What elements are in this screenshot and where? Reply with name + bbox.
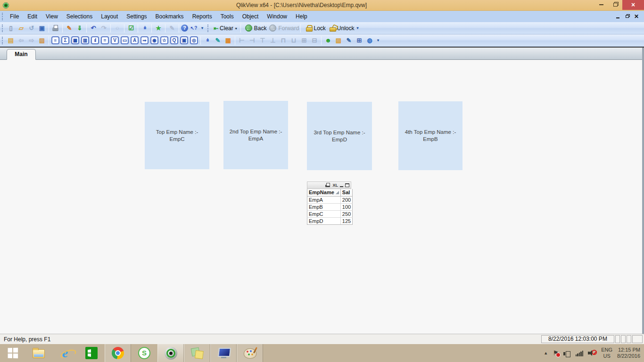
save-document-icon[interactable]: ▣ (37, 24, 47, 33)
volume-muted-icon[interactable] (588, 350, 596, 356)
taskbar-file-explorer[interactable] (25, 344, 52, 362)
create-slider-object-icon[interactable]: ◉ (150, 36, 158, 44)
create-container-icon[interactable]: ▣ (180, 36, 188, 44)
menu-bookmarks[interactable]: Bookmarks (151, 12, 188, 21)
refresh-document-icon[interactable]: ↺ (27, 24, 36, 33)
format-painter-icon[interactable]: ✎ (213, 36, 223, 45)
create-input-box-icon[interactable]: = (101, 36, 109, 44)
page-globe-icon[interactable]: ◍ (365, 36, 374, 45)
create-text-object-icon[interactable]: A (131, 36, 139, 44)
unlock-button[interactable]: Unlock (337, 25, 355, 32)
create-listbox-icon[interactable]: ≡ (51, 36, 59, 44)
new-document-icon[interactable]: ▯ (6, 24, 16, 33)
document-close-button[interactable]: ✕ (633, 13, 640, 20)
taskbar-internet-explorer[interactable]: e (52, 344, 78, 362)
create-button-icon[interactable]: ▭ (121, 36, 129, 44)
excel-export-icon[interactable]: XL (332, 183, 338, 188)
create-table-box-icon[interactable]: ▦ (71, 36, 79, 44)
menu-selections[interactable]: Selections (62, 12, 97, 21)
menu-reports[interactable]: Reports (188, 12, 216, 21)
table-viewer-icon[interactable]: ⊞ (355, 36, 364, 45)
taskbar-paint[interactable] (237, 344, 263, 362)
menu-view[interactable]: View (41, 12, 62, 21)
edit-script-icon[interactable]: ✎ (65, 24, 74, 33)
add-sheet-icon[interactable]: ▤ (6, 36, 16, 45)
cell-sal[interactable]: 250 (340, 210, 352, 217)
toolbar-grip[interactable] (2, 25, 3, 32)
cell-empname[interactable]: EmpD (307, 217, 341, 224)
minimize-object-icon[interactable] (340, 186, 343, 187)
menu-tools[interactable]: Tools (216, 12, 238, 21)
language-indicator[interactable]: ENG US (601, 347, 612, 359)
toolbar-grip[interactable] (2, 37, 3, 44)
document-minimize-button[interactable] (614, 13, 621, 20)
taskbar-clock[interactable]: 12:15 PM 8/22/2016 (617, 347, 640, 359)
create-current-selections-box-icon[interactable]: V (111, 36, 119, 44)
cell-empname[interactable]: EmpC (307, 210, 341, 217)
table-box-caption[interactable]: XL (307, 181, 351, 189)
toolbar-overflow-icon[interactable]: ▾ (355, 24, 361, 33)
tab-main[interactable]: Main (7, 49, 36, 60)
taskbar-sticky-notes[interactable] (184, 344, 210, 362)
table-box-emp[interactable]: XL EmpName Sal EmpA200EmpB100EmpC250EmpD… (307, 181, 351, 225)
menu-file[interactable]: File (6, 12, 23, 21)
design-grid-icon[interactable]: ▦ (223, 36, 233, 45)
network-signal-icon[interactable] (576, 350, 584, 356)
cell-sal[interactable]: 200 (340, 196, 352, 203)
reload-data-icon[interactable]: ⇓ (75, 24, 84, 33)
taskbar-qlikview[interactable] (157, 344, 184, 362)
menu-layout[interactable]: Layout (97, 12, 122, 21)
help-icon[interactable]: ? (181, 25, 188, 32)
toolbar-overflow-icon[interactable]: ▾ (199, 24, 205, 33)
toolbar-grip[interactable] (2, 13, 3, 20)
create-statistics-box-icon[interactable]: Σ (61, 36, 69, 44)
create-multi-box-icon[interactable]: ▥ (81, 36, 89, 44)
taskbar-skype[interactable]: S (131, 344, 157, 362)
cell-sal[interactable]: 100 (340, 203, 352, 210)
cell-sal[interactable]: 125 (340, 217, 352, 224)
document-properties-icon[interactable]: ▨ (334, 36, 343, 45)
bookmark-star-icon[interactable]: ★ (154, 24, 163, 33)
create-chart-icon[interactable]: ıl (91, 36, 99, 44)
whats-this-icon[interactable]: ↖? (189, 24, 198, 33)
taskbar-chrome[interactable] (105, 344, 131, 362)
menu-object[interactable]: Object (238, 12, 263, 21)
cell-empname[interactable]: EmpA (307, 196, 341, 203)
open-document-icon[interactable]: ▱ (17, 24, 26, 33)
menu-settings[interactable]: Settings (122, 12, 151, 21)
back-button[interactable]: Back (254, 25, 267, 32)
menu-window[interactable]: Window (263, 12, 291, 21)
cell-empname[interactable]: EmpB (307, 203, 341, 210)
column-header-empname[interactable]: EmpName (307, 189, 341, 196)
start-button[interactable] (0, 344, 25, 362)
text-object-2nd-top-emp[interactable]: 2nd Top Emp Name :- EmpA (223, 101, 288, 169)
document-restore-button[interactable] (623, 13, 631, 20)
show-hidden-icons-button[interactable]: ▲ (544, 351, 548, 355)
create-line-arrow-icon[interactable]: ⇒ (140, 36, 149, 44)
text-object-4th-top-emp[interactable]: 4th Top Emp Name :- EmpB (398, 101, 462, 170)
print-icon[interactable] (51, 24, 60, 33)
text-object-3rd-top-emp[interactable]: 3rd Top Emp Name :- EmpD (307, 102, 372, 170)
column-header-sal[interactable]: Sal (340, 189, 352, 196)
menu-edit[interactable]: Edit (23, 12, 41, 21)
lock-button[interactable]: Lock (314, 25, 325, 32)
create-bookmark-object-icon[interactable]: ☆ (160, 36, 168, 44)
create-custom-object-icon[interactable]: ◎ (190, 36, 198, 44)
menu-help[interactable]: Help (291, 12, 312, 21)
sheet-properties-icon[interactable]: ▨ (37, 36, 47, 45)
quick-chart-wizard-icon[interactable]: ılı (140, 24, 149, 33)
chevron-down-icon[interactable]: ▾ (235, 26, 237, 31)
maximize-object-icon[interactable] (345, 183, 349, 187)
text-object-top-emp[interactable]: Top Emp Name :- EmpC (145, 102, 209, 169)
print-icon[interactable] (325, 183, 330, 188)
taskbar-remote-desktop[interactable] (210, 344, 237, 362)
toolbar-overflow-icon[interactable]: ▾ (375, 36, 381, 45)
clear-button[interactable]: Clear (220, 25, 233, 32)
power-battery-icon[interactable] (563, 350, 571, 356)
edit-module-icon[interactable]: ✎ (344, 36, 354, 45)
window-restore-button[interactable] (608, 0, 622, 10)
webview-person-icon[interactable]: ☻ (323, 36, 333, 45)
undo-layout-icon[interactable]: ↶ (89, 24, 98, 33)
toolbar-grip[interactable] (207, 25, 209, 32)
create-search-object-icon[interactable]: Q (170, 36, 178, 44)
